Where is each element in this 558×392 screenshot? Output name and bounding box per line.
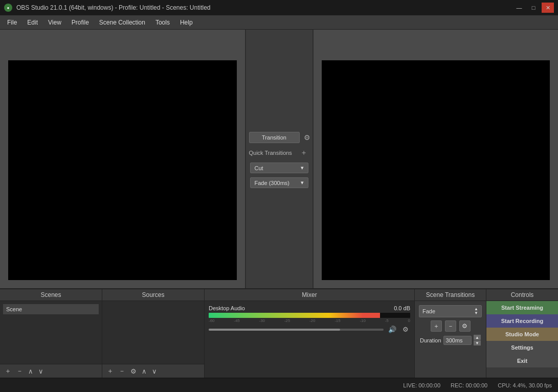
- scenes-up-button[interactable]: ∧: [27, 367, 35, 376]
- minimize-button[interactable]: —: [513, 3, 525, 13]
- tick-9: 0: [408, 318, 410, 323]
- status-rec: REC: 00:00:00: [451, 382, 487, 388]
- sources-down-button[interactable]: ∨: [150, 367, 159, 376]
- duration-up-button[interactable]: ▲: [474, 335, 481, 340]
- duration-label: Duration: [420, 337, 441, 343]
- scene-transitions-content: Fade ▲▼ ＋ － ⚙ Duration ▲ ▼: [415, 301, 486, 378]
- tick-1: -60: [209, 318, 215, 323]
- title-bar-controls: — □ ✕: [513, 3, 554, 13]
- transition-button[interactable]: Transition: [249, 132, 300, 143]
- duration-spinner: ▲ ▼: [474, 335, 481, 345]
- transition-select-row: Fade ▲▼: [417, 303, 484, 319]
- preview-screen-right: [322, 60, 550, 280]
- transition-actions: ＋ － ⚙: [417, 319, 484, 333]
- tick-2: -45: [234, 318, 240, 323]
- mixer-panel: Mixer Desktop Audio 0.0 dB -60 -45 -30 -…: [205, 289, 415, 378]
- cut-label: Cut: [255, 165, 263, 171]
- menu-help[interactable]: Help: [175, 17, 198, 28]
- menu-bar: File Edit View Profile Scene Collection …: [0, 15, 558, 30]
- maximize-button[interactable]: □: [527, 3, 540, 13]
- start-streaming-button[interactable]: Start Streaming: [486, 301, 558, 314]
- tick-5: -20: [309, 318, 316, 323]
- scenes-panel-footer: ＋ － ∧ ∨: [0, 364, 102, 378]
- mixer-panel-content: Desktop Audio 0.0 dB -60 -45 -30 -25 -20…: [205, 301, 414, 378]
- quick-transitions-add-icon[interactable]: ＋: [298, 147, 309, 158]
- volume-bar-container: [209, 313, 410, 318]
- mute-button[interactable]: 🔊: [387, 325, 398, 334]
- transition-add-button[interactable]: ＋: [431, 320, 442, 332]
- scenes-panel-content: Scene: [0, 301, 102, 364]
- close-button[interactable]: ✕: [542, 3, 554, 13]
- sources-panel-content: [102, 301, 204, 364]
- duration-row: Duration ▲ ▼: [417, 333, 484, 348]
- menu-scene-collection[interactable]: Scene Collection: [94, 17, 150, 28]
- cut-dropdown[interactable]: Cut ▾: [250, 163, 308, 173]
- status-live: LIVE: 00:00:00: [403, 382, 440, 388]
- status-cpu: CPU: 4.4%, 30.00 fps: [498, 382, 552, 388]
- menu-edit[interactable]: Edit: [22, 17, 43, 28]
- duration-down-button[interactable]: ▼: [474, 340, 481, 345]
- vol-ticks: -60 -45 -30 -25 -20 -15 -10 -5 0: [209, 318, 410, 323]
- studio-mode-button[interactable]: Studio Mode: [486, 328, 558, 341]
- desktop-audio-track: Desktop Audio 0.0 dB -60 -45 -30 -25 -20…: [207, 303, 412, 336]
- sources-remove-button[interactable]: －: [117, 366, 127, 376]
- start-recording-button[interactable]: Start Recording: [486, 314, 558, 328]
- audio-controls: 🔊 ⚙: [209, 325, 410, 334]
- cut-chevron-icon: ▾: [301, 165, 304, 171]
- sources-panel-header: Sources: [102, 289, 204, 301]
- mixer-panel-header: Mixer: [205, 289, 414, 301]
- bottom-area: Scenes Scene ＋ － ∧ ∨ Sources ＋ － ⚙ ∧ ∨ M…: [0, 288, 558, 378]
- menu-tools[interactable]: Tools: [150, 17, 175, 28]
- fade-chevron-icon: ▾: [301, 179, 304, 186]
- fade-select-spinner: ▲▼: [474, 307, 478, 315]
- sources-settings-button[interactable]: ⚙: [129, 367, 138, 376]
- controls-panel: Controls Start Streaming Start Recording…: [486, 289, 558, 378]
- tick-6: -15: [334, 318, 341, 323]
- settings-button[interactable]: Settings: [486, 341, 558, 354]
- menu-profile[interactable]: Profile: [66, 17, 94, 28]
- audio-track-header: Desktop Audio 0.0 dB: [209, 305, 410, 311]
- preview-screen-left: [8, 60, 237, 280]
- sources-panel-footer: ＋ － ⚙ ∧ ∨: [102, 364, 204, 378]
- fade-select-label: Fade: [422, 308, 435, 314]
- sources-up-button[interactable]: ∧: [140, 367, 148, 376]
- scenes-down-button[interactable]: ∨: [37, 367, 45, 376]
- controls-panel-content: Start Streaming Start Recording Studio M…: [486, 301, 558, 378]
- app-icon: ●: [4, 4, 12, 12]
- exit-button[interactable]: Exit: [486, 354, 558, 367]
- controls-panel-header: Controls: [486, 289, 558, 301]
- transition-remove-button[interactable]: －: [445, 320, 456, 332]
- title-bar-title: OBS Studio 21.0.1 (64bit, windows) - Pro…: [16, 4, 211, 11]
- menu-view[interactable]: View: [43, 17, 66, 28]
- scene-item[interactable]: Scene: [3, 304, 99, 314]
- transition-area: Transition ⚙ Quick Transitions ＋ Cut ▾ F…: [246, 30, 313, 288]
- fade-select-box[interactable]: Fade ▲▼: [419, 305, 482, 317]
- desktop-audio-label: Desktop Audio: [209, 305, 245, 311]
- volume-slider-fill: [209, 329, 340, 331]
- transition-row: Transition ⚙: [246, 132, 313, 143]
- fade-label: Fade (300ms): [255, 180, 289, 186]
- scene-transitions-panel: Scene Transitions Fade ▲▼ ＋ － ⚙ Duration: [415, 289, 486, 378]
- tick-8: -5: [385, 318, 389, 323]
- scenes-panel: Scenes Scene ＋ － ∧ ∨: [0, 289, 102, 378]
- quick-transitions-label: Quick Transitions: [249, 150, 292, 156]
- status-bar: LIVE: 00:00:00 REC: 00:00:00 CPU: 4.4%, …: [0, 378, 558, 392]
- title-bar: ● OBS Studio 21.0.1 (64bit, windows) - P…: [0, 0, 558, 15]
- volume-slider[interactable]: [209, 329, 384, 331]
- audio-settings-button[interactable]: ⚙: [401, 325, 410, 334]
- preview-right: [313, 30, 559, 288]
- transition-settings-icon[interactable]: ⚙: [302, 132, 313, 143]
- transition-config-button[interactable]: ⚙: [459, 320, 471, 332]
- tick-4: -25: [284, 318, 291, 323]
- duration-input[interactable]: [443, 336, 472, 345]
- scenes-remove-button[interactable]: －: [15, 366, 25, 376]
- scenes-panel-header: Scenes: [0, 289, 102, 301]
- menu-file[interactable]: File: [2, 17, 22, 28]
- title-bar-left: ● OBS Studio 21.0.1 (64bit, windows) - P…: [4, 4, 211, 12]
- scenes-add-button[interactable]: ＋: [3, 366, 13, 376]
- sources-panel: Sources ＋ － ⚙ ∧ ∨: [102, 289, 205, 378]
- sources-add-button[interactable]: ＋: [105, 366, 115, 376]
- quick-transitions-row: Quick Transitions ＋: [246, 147, 313, 158]
- fade-dropdown[interactable]: Fade (300ms) ▾: [250, 177, 308, 188]
- scene-transitions-header: Scene Transitions: [415, 289, 486, 301]
